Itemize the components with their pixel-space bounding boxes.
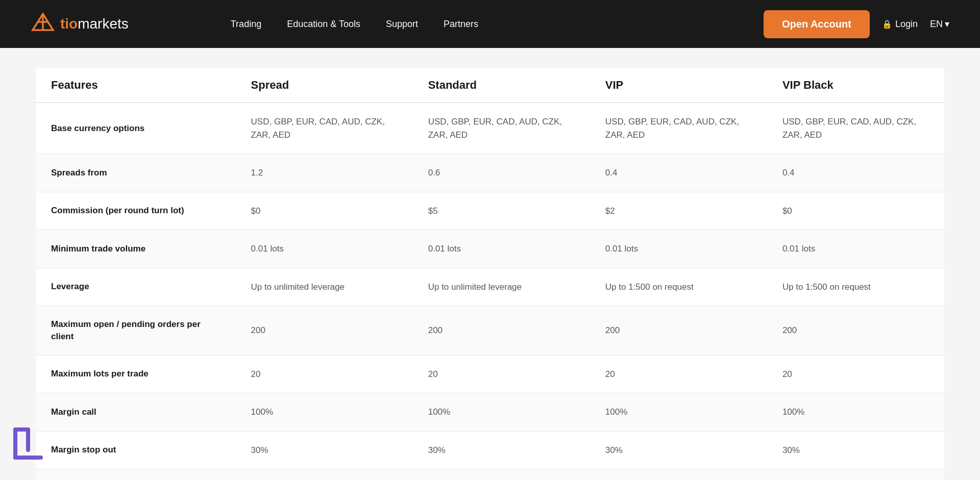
cell-standard: 0.6 [413, 154, 590, 192]
cell-vip: 20 [590, 355, 767, 393]
logo[interactable]: tiomarkets [31, 12, 129, 36]
table-row: Spreads from1.20.60.40.4 [36, 154, 944, 192]
feature-label: Spreads from [36, 154, 236, 192]
table-row: Minimum trade volume0.01 lots0.01 lots0.… [36, 230, 944, 268]
cell-spread: Up to unlimited leverage [236, 268, 413, 306]
table-row: Commission (per round turn lot)$0$5$2$0 [36, 192, 944, 230]
cell-vipblack: $0 [767, 192, 944, 230]
cell-spread: 0.01 lots [236, 230, 413, 268]
chevron-down-icon: ▾ [945, 18, 949, 30]
cell-vipblack: 0.4 [767, 154, 944, 192]
nav-trading[interactable]: Trading [231, 19, 261, 30]
cell-spread: 20 [236, 355, 413, 393]
feature-label: Margin stop out [36, 431, 236, 469]
feature-label: Leverage [36, 268, 236, 306]
logo-markets: markets [78, 16, 129, 32]
site-header: tiomarkets Trading Education & Tools Sup… [0, 0, 980, 48]
feature-label: Maximum lots per trade [36, 355, 236, 393]
comparison-table: Features Spread Standard VIP VIP Black B… [36, 68, 944, 480]
table-row: Base currency optionsUSD, GBP, EUR, CAD,… [36, 103, 944, 154]
table-row: Trading platformMT4 or MT5MT4 or MT5MT4 … [36, 469, 944, 480]
nav-education-tools[interactable]: Education & Tools [287, 19, 360, 30]
cell-standard: 20 [413, 355, 590, 393]
table-header: Features Spread Standard VIP VIP Black [36, 68, 944, 103]
language-selector[interactable]: EN ▾ [930, 18, 949, 30]
cell-vip: MT4 or MT5 [590, 469, 767, 480]
col-header-vipblack: VIP Black [767, 68, 944, 103]
header-right: Open Account 🔒 Login EN ▾ [764, 10, 949, 38]
cell-standard: $5 [413, 192, 590, 230]
login-label: Login [895, 19, 918, 30]
col-header-spread: Spread [236, 68, 413, 103]
feature-label: Base currency options [36, 103, 236, 154]
cell-standard: 200 [413, 306, 590, 356]
feature-label: Margin call [36, 393, 236, 432]
cell-standard: 0.01 lots [413, 230, 590, 268]
lock-icon: 🔒 [882, 19, 892, 29]
cell-vip: $2 [590, 192, 767, 230]
cell-standard: 30% [413, 431, 590, 469]
table-row: LeverageUp to unlimited leverageUp to un… [36, 268, 944, 306]
cell-vipblack: USD, GBP, EUR, CAD, AUD, CZK, ZAR, AED [767, 103, 944, 154]
table-row: Margin call100%100%100%100% [36, 393, 944, 432]
cell-spread: 200 [236, 306, 413, 356]
lang-label: EN [930, 19, 943, 30]
feature-label: Minimum trade volume [36, 230, 236, 268]
cell-vip: Up to 1:500 on request [590, 268, 767, 306]
cell-spread: USD, GBP, EUR, CAD, AUD, CZK, ZAR, AED [236, 103, 413, 154]
cell-vip: 200 [590, 306, 767, 356]
cell-vip: 0.01 lots [590, 230, 767, 268]
cell-standard: 100% [413, 393, 590, 432]
feature-label: Trading platform [36, 469, 236, 480]
table-body: Base currency optionsUSD, GBP, EUR, CAD,… [36, 103, 944, 480]
col-header-standard: Standard [413, 68, 590, 103]
cell-vipblack: 30% [767, 431, 944, 469]
cell-spread: 100% [236, 393, 413, 432]
feature-label: Maximum open / pending orders per client [36, 306, 236, 356]
cell-vipblack: Up to 1:500 on request [767, 268, 944, 306]
cell-spread: $0 [236, 192, 413, 230]
logo-icon [31, 12, 55, 36]
cell-vipblack: 100% [767, 393, 944, 432]
open-account-button[interactable]: Open Account [764, 10, 870, 38]
table-row: Margin stop out30%30%30%30% [36, 431, 944, 469]
cell-vipblack: MT4 or MT5 [767, 469, 944, 480]
cell-vipblack: 200 [767, 306, 944, 356]
cell-standard: MT4 or MT5 [413, 469, 590, 480]
login-link[interactable]: 🔒 Login [882, 19, 918, 30]
cell-vipblack: 0.01 lots [767, 230, 944, 268]
header-row: Features Spread Standard VIP VIP Black [36, 68, 944, 103]
nav-support[interactable]: Support [386, 19, 418, 30]
main-nav: Trading Education & Tools Support Partne… [231, 19, 478, 30]
cell-spread: 30% [236, 431, 413, 469]
col-header-vip: VIP [590, 68, 767, 103]
cell-spread: 1.2 [236, 154, 413, 192]
cell-vip: 30% [590, 431, 767, 469]
table-row: Maximum lots per trade20202020 [36, 355, 944, 393]
watermark-icon [10, 422, 46, 465]
cell-standard: USD, GBP, EUR, CAD, AUD, CZK, ZAR, AED [413, 103, 590, 154]
feature-label: Commission (per round turn lot) [36, 192, 236, 230]
cell-standard: Up to unlimited leverage [413, 268, 590, 306]
nav-partners[interactable]: Partners [444, 19, 478, 30]
main-content: Features Spread Standard VIP VIP Black B… [0, 48, 980, 480]
logo-tio: tio [60, 16, 78, 32]
table-row: Maximum open / pending orders per client… [36, 306, 944, 356]
cell-spread: MT4 or MT5 [236, 469, 413, 480]
cell-vip: 100% [590, 393, 767, 432]
cell-vipblack: 20 [767, 355, 944, 393]
col-header-features: Features [36, 68, 236, 103]
cell-vip: 0.4 [590, 154, 767, 192]
cell-vip: USD, GBP, EUR, CAD, AUD, CZK, ZAR, AED [590, 103, 767, 154]
